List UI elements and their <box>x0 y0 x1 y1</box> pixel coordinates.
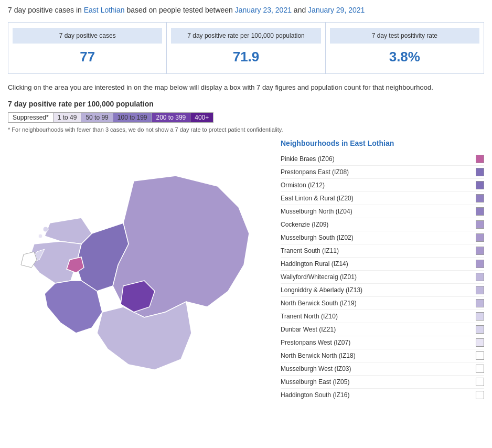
neighbourhood-name: Musselburgh South (IZ02) <box>281 234 476 241</box>
neighbourhood-name: Tranent North (IZ10) <box>281 313 476 320</box>
neighbourhood-swatch <box>476 194 484 202</box>
neighbourhood-name: North Berwick South (IZ19) <box>281 300 476 307</box>
list-item[interactable]: Cockenzie (IZ09) <box>281 218 484 231</box>
legend-note: * For neighbourhoods with fewer than 3 c… <box>8 126 484 134</box>
stat-value-cases: 77 <box>13 44 162 68</box>
list-item[interactable]: Dunbar West (IZ21) <box>281 323 484 336</box>
neighbourhood-name: Tranent South (IZ11) <box>281 247 476 254</box>
map-region-southwest[interactable] <box>45 281 102 333</box>
list-item[interactable]: East Linton & Rural (IZ20) <box>281 192 484 205</box>
neighbourhood-name: Haddington South (IZ16) <box>281 391 476 399</box>
legend-item-suppressed: Suppressed* <box>8 112 54 123</box>
neighbourhood-swatch <box>476 247 484 255</box>
list-item[interactable]: Prestonpans West (IZ07) <box>281 336 484 349</box>
neighbourhood-name: Longniddry & Aberlady (IZ13) <box>281 286 476 294</box>
stats-row: 7 day positive cases 77 7 day positive r… <box>8 22 484 74</box>
legend-item-range5: 400+ <box>190 112 213 123</box>
legend-item-range1: 1 to 49 <box>53 112 82 123</box>
main-content: Neighbourhoods in East Lothian Pinkie Br… <box>8 139 484 403</box>
list-item[interactable]: Tranent North (IZ10) <box>281 310 484 323</box>
list-item[interactable]: Musselburgh North (IZ04) <box>281 205 484 218</box>
legend-item-range4: 200 to 399 <box>152 112 191 123</box>
neighbourhood-swatch <box>476 233 484 242</box>
neighbourhood-name: Prestonpans West (IZ07) <box>281 339 476 346</box>
neighbourhood-swatch <box>476 365 484 373</box>
list-item[interactable]: Musselburgh East (IZ05) <box>281 376 484 389</box>
neighbourhood-swatch <box>476 351 484 360</box>
list-item[interactable]: Musselburgh West (IZ03) <box>281 362 484 376</box>
neighbourhood-swatch <box>476 299 484 307</box>
neighbourhood-name: Ormiston (IZ12) <box>281 182 476 189</box>
neighbourhood-name: Cockenzie (IZ09) <box>281 221 476 228</box>
list-item[interactable]: Prestonpans East (IZ08) <box>281 166 484 179</box>
stat-label-positivity: 7 day test positivity rate <box>330 28 479 44</box>
neighbourhood-name: East Linton & Rural (IZ20) <box>281 195 476 202</box>
legend-row: Suppressed*1 to 4950 to 99100 to 199200 … <box>8 112 484 123</box>
neighbourhood-swatch <box>476 391 484 399</box>
stat-cell-rate: 7 day positive rate per 100,000 populati… <box>167 23 325 73</box>
info-text: Clicking on the area you are interested … <box>8 82 484 93</box>
neighbourhood-swatch <box>476 338 484 347</box>
neighbourhood-list: Pinkie Braes (IZ06)Prestonpans East (IZ0… <box>281 153 484 401</box>
neighbourhood-name: North Berwick North (IZ18) <box>281 352 476 359</box>
neighbourhood-name: Haddington Rural (IZ14) <box>281 260 476 268</box>
neighbourhood-swatch <box>476 207 484 216</box>
stat-cell-cases: 7 day positive cases 77 <box>8 23 167 73</box>
neighbourhood-swatch <box>476 181 484 189</box>
neighbourhood-name: Prestonpans East (IZ08) <box>281 168 476 176</box>
neighbourhood-name: Dunbar West (IZ21) <box>281 326 476 333</box>
stat-cell-positivity: 7 day test positivity rate 3.8% <box>326 23 484 73</box>
legend-item-range2: 50 to 99 <box>81 112 113 123</box>
neighbourhood-swatch <box>476 260 484 268</box>
list-item[interactable]: Ormiston (IZ12) <box>281 179 484 192</box>
list-item[interactable]: Pinkie Braes (IZ06) <box>281 153 484 166</box>
neighbourhood-name: Musselburgh East (IZ05) <box>281 378 476 386</box>
list-item[interactable]: North Berwick North (IZ18) <box>281 349 484 362</box>
map-container[interactable] <box>8 139 270 403</box>
neighbourhood-name: Musselburgh North (IZ04) <box>281 208 476 215</box>
map-svg[interactable] <box>8 139 260 401</box>
neighbourhood-panel: Neighbourhoods in East Lothian Pinkie Br… <box>281 139 484 403</box>
neighbourhood-swatch <box>476 168 484 176</box>
map-dot-2 <box>38 234 42 238</box>
neighbourhood-panel-title: Neighbourhoods in East Lothian <box>281 139 484 147</box>
list-item[interactable]: Wallyford/Whitecraig (IZ01) <box>281 271 484 284</box>
neighbourhood-swatch <box>476 273 484 281</box>
page-title: 7 day positive cases in East Lothian bas… <box>8 5 484 16</box>
stat-value-positivity: 3.8% <box>330 44 479 68</box>
list-item[interactable]: North Berwick South (IZ19) <box>281 297 484 310</box>
list-item[interactable]: Longniddry & Aberlady (IZ13) <box>281 284 484 297</box>
stat-value-rate: 71.9 <box>171 44 320 68</box>
stat-label-cases: 7 day positive cases <box>13 28 162 44</box>
neighbourhood-swatch <box>476 378 484 386</box>
map-region-north[interactable] <box>45 218 92 244</box>
list-item[interactable]: Haddington South (IZ16) <box>281 389 484 401</box>
neighbourhood-swatch <box>476 286 484 294</box>
neighbourhood-name: Pinkie Braes (IZ06) <box>281 155 476 163</box>
legend-item-range3: 100 to 199 <box>113 112 152 123</box>
neighbourhood-swatch <box>476 220 484 229</box>
section-title: 7 day positive rate per 100,000 populati… <box>8 100 484 108</box>
stat-label-rate: 7 day positive rate per 100,000 populati… <box>171 28 320 44</box>
neighbourhood-swatch <box>476 325 484 334</box>
neighbourhood-swatch <box>476 155 484 163</box>
neighbourhood-name: Musselburgh West (IZ03) <box>281 365 476 372</box>
neighbourhood-swatch <box>476 312 484 321</box>
list-item[interactable]: Musselburgh South (IZ02) <box>281 231 484 244</box>
neighbourhood-name: Wallyford/Whitecraig (IZ01) <box>281 273 476 281</box>
list-item[interactable]: Haddington Rural (IZ14) <box>281 258 484 271</box>
map-dot-1 <box>43 227 48 232</box>
list-item[interactable]: Tranent South (IZ11) <box>281 244 484 258</box>
